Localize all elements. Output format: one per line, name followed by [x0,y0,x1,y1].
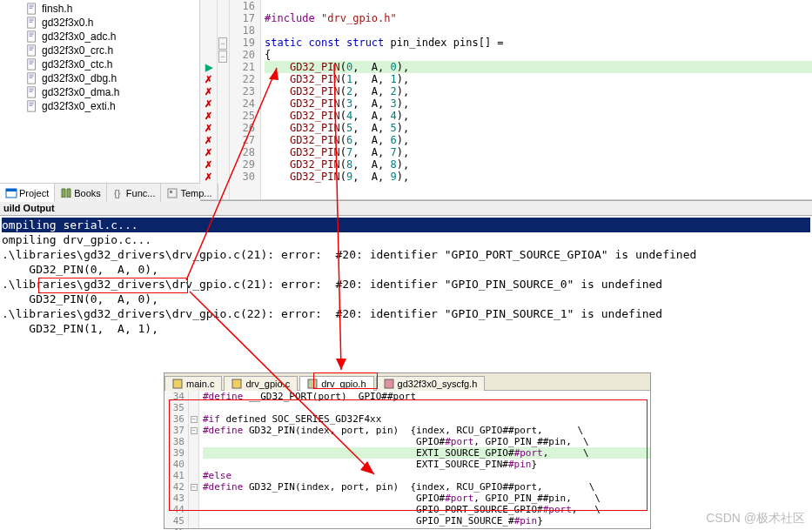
svg-rect-14 [30,48,34,49]
project-tab[interactable]: Books [55,184,107,202]
svg-rect-23 [30,77,33,78]
tab-label: Project [19,188,49,198]
build-output-header: uild Output [0,200,812,216]
svg-marker-44 [336,359,346,370]
file-tree-item[interactable]: gd32f3x0_dbg.h [2,71,198,85]
svg-rect-27 [30,91,33,92]
file-name: gd32f3x0_crc.h [42,44,113,57]
h-file-icon [26,100,38,112]
editor-tab[interactable]: gd32f3x0_syscfg.h [376,376,486,391]
file-name: gd32f3x0_dbg.h [42,72,117,84]
svg-rect-30 [30,104,34,104]
build-output-line[interactable]: GD32_PIN(1, A, 1), [2,321,810,336]
svg-rect-3 [30,8,33,9]
build-output-line[interactable]: GD32_PIN(0, A, 0), [2,262,810,277]
annotation-box-tab [313,372,378,389]
file-tree-item[interactable]: gd32f3x0_exti.h [2,99,198,113]
file-tree-item[interactable]: gd32f3x0_adc.h [2,30,198,44]
build-output-line[interactable]: .\libraries\gd32_drivers\drv_gpio.c(21):… [2,247,810,262]
svg-rect-21 [30,75,34,76]
file-name: gd32f3x0_dma.h [42,86,119,98]
file-name: gd32f3x0_exti.h [42,100,116,112]
tab-label: main.c [186,379,214,389]
svg-rect-25 [30,89,34,90]
h-file-icon [26,30,38,43]
svg-rect-1 [30,5,34,6]
file-tree-item[interactable]: gd32f3x0_crc.h [2,44,198,57]
svg-rect-10 [30,34,34,35]
svg-rect-33 [6,189,17,191]
svg-rect-5 [30,19,34,20]
tab-label: drv_gpio.c [245,379,290,389]
tab-label: Func... [126,188,156,198]
svg-rect-26 [30,90,34,91]
svg-rect-18 [30,62,34,63]
annotation-box-code [169,399,648,511]
tab-label: Books [74,188,101,198]
file-name: gd32f3x0.h [42,17,93,29]
tab-icon: {} [112,187,124,199]
file-tree-item[interactable]: gd32f3x0_ctc.h [2,57,198,71]
svg-rect-40 [385,379,393,388]
build-output[interactable]: ompiling serial.c...ompiling drv_gpio.c.… [0,216,812,338]
file-type-icon [384,379,394,389]
fold-gutter: −− [218,0,230,199]
svg-rect-38 [232,379,241,388]
build-output-line[interactable]: ompiling drv_gpio.c... [2,232,810,247]
svg-rect-19 [30,64,33,64]
code-editor: ▶✗✗✗✗✗✗✗✗✗ −− 16171819202122232425262728… [200,0,812,199]
svg-rect-13 [30,47,34,48]
editor-tab[interactable]: main.c [164,376,222,391]
editor-tab[interactable]: drv_gpio.c [224,376,298,391]
code-lines[interactable]: #include "drv_gpio.h"static const struct… [261,0,812,199]
h-file-icon [26,17,38,29]
tab-icon [166,187,178,199]
annotation-box-build [38,278,188,293]
tab-label: gd32f3x0_syscfg.h [398,379,478,389]
file-type-icon [232,379,242,389]
file-name: gd32f3x0_adc.h [42,30,116,43]
svg-rect-29 [30,103,34,104]
h-file-icon [26,3,38,15]
editor-tabs: main.cdrv_gpio.cdrv_gpio.hgd32f3x0_syscf… [164,373,650,391]
bookmark-gutter: ▶✗✗✗✗✗✗✗✗✗ [200,0,218,199]
file-tree: finsh.hgd32f3x0.hgd32f3x0_adc.hgd32f3x0_… [0,0,200,199]
project-tabs: ProjectBooks{}Func...Temp... [0,183,200,202]
svg-rect-9 [30,33,34,34]
svg-rect-36 [170,191,172,193]
file-name: gd32f3x0_ctc.h [42,58,112,70]
top-section: finsh.hgd32f3x0.hgd32f3x0_adc.hgd32f3x0_… [0,0,812,200]
project-tab[interactable]: {}Func... [107,184,162,202]
svg-rect-6 [30,20,34,21]
h-file-icon [26,58,38,70]
file-name: finsh.h [42,3,72,15]
project-tab[interactable]: Project [0,184,55,202]
file-type-icon [172,379,183,389]
build-output-line[interactable]: GD32_PIN(0, A, 0), [2,292,810,306]
svg-rect-17 [30,61,34,62]
svg-rect-37 [173,379,182,388]
h-file-icon [26,44,38,57]
svg-rect-31 [30,105,33,106]
file-tree-item[interactable]: finsh.h [2,2,198,16]
tab-label: Temp... [180,188,211,198]
tab-icon [60,187,72,199]
project-tab[interactable]: Temp... [161,184,218,202]
h-file-icon [26,86,38,98]
svg-text:{}: {} [114,188,121,198]
svg-rect-7 [30,22,33,23]
svg-rect-15 [30,50,33,50]
build-output-line[interactable]: .\libraries\gd32_drivers\drv_gpio.c(22):… [2,306,810,321]
h-file-icon [26,72,38,84]
build-output-line[interactable]: ompiling serial.c... [2,218,810,232]
file-tree-item[interactable]: gd32f3x0_dma.h [2,85,198,99]
watermark: CSDN @极术社区 [706,511,805,527]
svg-rect-11 [30,36,33,37]
svg-rect-2 [30,6,34,7]
svg-rect-22 [30,76,34,77]
tab-icon [5,187,17,199]
file-tree-item[interactable]: gd32f3x0.h [2,16,198,30]
line-number-gutter: 161718192021222324252627282930 [230,0,261,199]
